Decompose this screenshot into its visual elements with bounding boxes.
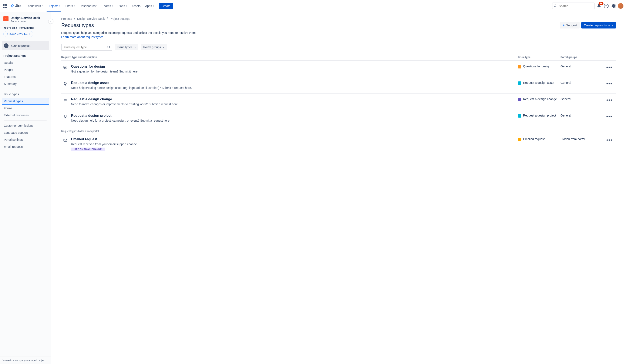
rt-name-cell: Request a design changeNeed to make chan…	[61, 97, 518, 106]
rt-name[interactable]: Request a design change	[71, 97, 179, 101]
rt-name[interactable]: Emailed request	[71, 137, 138, 141]
back-label: Back to project	[11, 44, 30, 47]
back-to-project[interactable]: ← Back to project	[2, 41, 49, 50]
more-actions-button[interactable]: •••	[603, 65, 616, 70]
issue-type-icon	[518, 114, 521, 118]
learn-more-link[interactable]: Learn more about request types.	[61, 35, 104, 39]
portal-group-cell: General	[560, 81, 603, 84]
search-icon	[554, 4, 557, 8]
portal-group-cell: General	[560, 97, 603, 101]
sidebar-item-customer-permissions[interactable]: Customer permissions	[2, 122, 49, 129]
portal-groups-filter[interactable]: Portal groups ▾	[141, 44, 167, 50]
bulb-icon	[63, 114, 68, 119]
sidebar-item-request-types[interactable]: Request types	[2, 98, 49, 105]
rt-name[interactable]: Questions for design	[71, 65, 138, 69]
global-search	[552, 2, 594, 9]
request-types-list: Questions for designGot a question for t…	[61, 61, 616, 126]
rt-description: Need help creating a new design asset (e…	[71, 86, 192, 89]
nav-item-label: Plans	[117, 4, 125, 8]
nav-item-plans[interactable]: Plans▾	[116, 2, 129, 9]
issue-types-filter[interactable]: Issue types ▾	[115, 44, 138, 50]
jira-logo[interactable]: Jira	[10, 4, 21, 8]
issue-type-cell: Request a design project	[518, 114, 560, 118]
request-type-row: Request a design projectNeed design help…	[61, 110, 616, 126]
more-actions-button[interactable]: •••	[603, 114, 616, 119]
sidebar-item-external-resources[interactable]: External resources	[2, 112, 49, 119]
sidebar-divider	[4, 120, 46, 121]
issue-type-label: Request a design project	[523, 114, 556, 117]
svg-rect-4	[64, 66, 67, 68]
settings-button[interactable]	[611, 3, 616, 9]
nav-item-label: Your work	[28, 4, 41, 8]
col-name: Request type and description	[61, 56, 518, 59]
trial-days-pill[interactable]: ✦ 2,347 DAYS LEFT	[3, 31, 33, 37]
user-avatar[interactable]	[618, 3, 624, 9]
layout: ‹ Design Service Desk Service project Yo…	[0, 12, 626, 364]
rt-name[interactable]: Request a design asset	[71, 81, 192, 85]
topbar: Jira Your work▾Projects▾Filters▾Dashboar…	[0, 0, 626, 12]
breadcrumb-item[interactable]: Design Service Desk	[77, 17, 105, 20]
collapse-sidebar-button[interactable]: ‹	[48, 19, 53, 24]
sidebar: ‹ Design Service Desk Service project Yo…	[0, 12, 51, 364]
premium-icon: ✦	[6, 33, 8, 36]
sidebar-item-portal-settings[interactable]: Portal settings	[2, 136, 49, 143]
create-rt-label: Create request type	[584, 24, 610, 27]
nav-item-dashboards[interactable]: Dashboards▾	[78, 2, 100, 9]
help-button[interactable]: ?	[603, 3, 609, 9]
more-actions-button[interactable]: •••	[603, 137, 616, 143]
nav-item-filters[interactable]: Filters▾	[63, 2, 77, 9]
breadcrumb-item[interactable]: Projects	[61, 17, 72, 20]
used-by-email-badge: USED BY EMAIL CHANNEL	[71, 148, 105, 151]
portal-group-cell: Hidden from portal	[560, 137, 603, 141]
issue-type-icon	[518, 65, 521, 69]
breadcrumb-item[interactable]: Project settings	[110, 17, 130, 20]
nav-item-label: Filters	[65, 4, 73, 8]
search-input[interactable]	[552, 2, 594, 9]
more-actions-button[interactable]: •••	[603, 97, 616, 103]
chevron-down-icon: ▾	[96, 5, 97, 7]
page-header: Request types ✦ Suggest Create request t…	[61, 22, 616, 29]
nav-item-apps[interactable]: Apps▾	[143, 2, 156, 9]
issue-type-icon	[518, 98, 521, 101]
rt-name[interactable]: Request a design project	[71, 114, 170, 118]
nav-item-projects[interactable]: Projects▾	[45, 2, 62, 9]
request-type-row: Emailed requestRequest received from you…	[61, 133, 616, 155]
sidebar-item-summary[interactable]: Summary	[2, 80, 49, 87]
suggest-label: Suggest	[566, 24, 577, 27]
nav-item-assets[interactable]: Assets	[129, 2, 143, 9]
notifications-button[interactable]: 9+	[596, 3, 602, 9]
create-button[interactable]: Create	[159, 3, 173, 9]
mail-icon	[63, 138, 68, 142]
sidebar-item-forms[interactable]: Forms	[2, 105, 49, 112]
issue-type-label: Questions for design	[523, 65, 550, 68]
jira-logo-text: Jira	[15, 4, 21, 8]
sidebar-item-email-requests[interactable]: Email requests	[2, 143, 49, 150]
find-request-type-input[interactable]	[61, 44, 112, 51]
rt-name-cell: Questions for designGot a question for t…	[61, 65, 518, 73]
breadcrumb-separator: /	[107, 17, 108, 20]
nav-item-teams[interactable]: Teams▾	[100, 2, 115, 9]
suggest-button[interactable]: ✦ Suggest	[560, 22, 580, 29]
find-wrap	[61, 44, 112, 51]
sidebar-item-features[interactable]: Features	[2, 73, 49, 80]
sidebar-item-details[interactable]: Details	[2, 59, 49, 66]
sidebar-item-language-support[interactable]: Language support	[2, 129, 49, 136]
sidebar-item-people[interactable]: People	[2, 66, 49, 73]
chevron-down-icon: ▾	[42, 5, 43, 7]
create-request-type-button[interactable]: Create request type ▾	[581, 22, 616, 29]
col-issue: Issue type	[518, 56, 560, 59]
chat-icon	[63, 65, 68, 70]
swap-icon	[63, 98, 68, 102]
svg-point-2	[108, 46, 110, 48]
sparkle-icon: ✦	[562, 24, 565, 27]
chevron-down-icon: ▾	[126, 5, 127, 7]
more-actions-button[interactable]: •••	[603, 81, 616, 86]
nav-item-your-work[interactable]: Your work▾	[26, 2, 45, 9]
rt-name-cell: Emailed requestRequest received from you…	[61, 137, 518, 151]
chevron-down-icon: ▾	[74, 5, 75, 7]
rt-name-cell: Request a design projectNeed design help…	[61, 114, 518, 122]
app-switcher-icon[interactable]	[2, 3, 8, 8]
svg-line-1	[556, 6, 556, 7]
search-icon	[107, 45, 111, 49]
sidebar-item-issue-types[interactable]: Issue types	[2, 91, 49, 98]
